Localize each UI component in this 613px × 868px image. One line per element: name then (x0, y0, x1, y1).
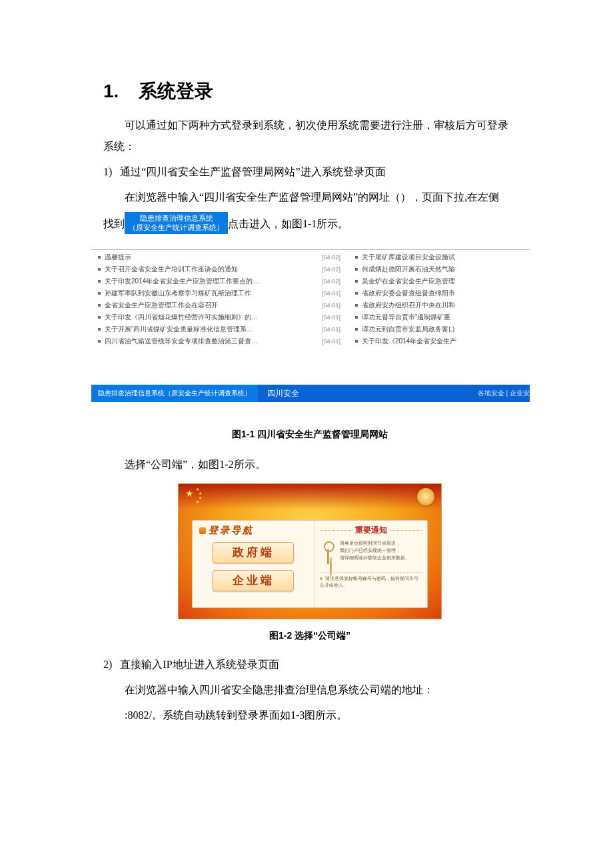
figure-1-container: 温馨提示[04-02]关于召开全省安全生产培训工作座谈会的通知[04-02]关于… (91, 249, 530, 402)
news-row: 关于印发《2014年全省安全生产 (348, 335, 530, 347)
inline-badge-slot: 隐患排查治理信息系统 （原安全生产统计调查系统） (125, 212, 228, 237)
news-row: 谭功元督导自贡市“遏制煤矿重 (348, 311, 530, 323)
notice-item-1: 请各单位按照时间节点报送， 我们门户已经实现统一管理， 请详细阅读并获取企业相关… (320, 540, 422, 567)
news-row: 温馨提示[04-02] (91, 251, 344, 263)
news-row: 四川省油气输送管线等安全专项排查整治第三督查…[04-01] (91, 335, 344, 347)
heading-title: 系统登录 (139, 81, 213, 101)
flag-icon: ★ ★ ★ ★ ★ (183, 485, 208, 507)
caption-figure-1: 图1-1 四川省安全生产监督管理局网站 (103, 429, 516, 441)
news-row: 关于印发《四川省烟花爆竹经营许可实施细则》的…[04-01] (91, 311, 344, 323)
figure-2-notice-panel: 重要通知 请各单位按照时间节点报送， 我们门户已经实现统一管理， 请详细阅读并获… (314, 521, 427, 607)
bullet-icon (355, 316, 358, 319)
step-2-number: 2) (103, 654, 112, 675)
bullet-icon (355, 304, 358, 307)
news-title: 全省安全生产应急管理工作会在蓉召开 (105, 301, 314, 310)
news-title: 关于尾矿库建设项目安全设施试 (362, 253, 530, 262)
step-1-p2: 找到隐患排查治理信息系统 （原安全生产统计调查系统）点击进入，如图1-1所示。 (29, 212, 516, 237)
step-1-number: 1) (103, 161, 112, 183)
news-row: 何成炳赴德阳开展石油天然气输 (348, 263, 530, 275)
choose-client-paragraph: 选择“公司端”，如图1-2所示。 (103, 454, 516, 475)
figure-1-news-panel: 温馨提示[04-02]关于召开全省安全生产培训工作座谈会的通知[04-02]关于… (91, 249, 530, 347)
bullet-icon (355, 328, 358, 331)
nav-bar-tab-sichuan: 四川安全 (258, 385, 312, 402)
key-icon (320, 540, 336, 567)
inline-system-badge: 隐患排查治理信息系统 （原安全生产统计调查系统） (125, 212, 228, 234)
bullet-icon (355, 268, 358, 271)
news-row: 省政府安办组织召开中央在川和 (348, 299, 530, 311)
notice-item-2-text: 请注意保管好帐号账号与密码，如有疑问不可公开给他人。 (320, 576, 418, 588)
bullet-icon (98, 280, 101, 283)
badge-line2: （原安全生产统计调查系统） (129, 223, 224, 231)
badge-line1: 隐患排查治理信息系统 (140, 214, 213, 222)
news-title: 孙建军率队到安徽山东考察学习煤矿瓦斯治理工作 (105, 289, 314, 298)
news-date: [04-02] (314, 254, 344, 261)
step-2-title: 直接输入IP地址进入系统登录页面 (120, 659, 279, 670)
enterprise-portal-button[interactable]: 企业端 (213, 570, 294, 591)
heading-number: 1. (103, 81, 119, 101)
news-date: [04-01] (314, 290, 344, 297)
gov-portal-button[interactable]: 政府端 (213, 542, 294, 563)
nav-bar-right-links: 各地安全 | 企业安 (478, 385, 530, 402)
news-date: [04-01] (314, 326, 344, 333)
news-title: 谭功元到自贡市安监局政务窗口 (362, 325, 530, 334)
figure-2-login-portal: ★ ★ ★ ★ ★ 登录导航 政府端 企业端 重要通知 (178, 483, 442, 619)
bullet-icon (355, 292, 358, 295)
bullet-icon (320, 577, 322, 580)
bullet-icon (98, 268, 101, 271)
figure-1-right-column: 关于尾矿库建设项目安全设施试何成炳赴德阳开展石油天然气输吴金炉在全省安全生产应急… (344, 251, 530, 347)
bullet-icon (355, 256, 358, 259)
news-title: 省政府安办组织召开中央在川和 (362, 301, 530, 310)
bullet-icon (355, 340, 358, 343)
caption-figure-2: 图1-2 选择“公司端” (103, 630, 516, 642)
news-title: 关于印发《四川省烟花爆竹经营许可实施细则》的… (105, 313, 314, 322)
figure-2-container: ★ ★ ★ ★ ★ 登录导航 政府端 企业端 重要通知 (178, 483, 442, 619)
notice-title: 重要通知 (355, 525, 387, 536)
login-nav-header: 登录导航 (199, 525, 307, 537)
bullet-icon (98, 316, 101, 319)
news-title: 关于印发《2014年全省安全生产 (362, 337, 530, 346)
news-row: 关于开展“四川省煤矿安全质量标准化信息管理系…[04-01] (91, 323, 344, 335)
intro-paragraph: 可以通过如下两种方式登录到系统，初次使用系统需要进行注册，审核后方可登录系统： (103, 115, 516, 157)
news-row: 全省安全生产应急管理工作会在蓉召开[04-01] (91, 299, 344, 311)
bullet-icon (355, 280, 358, 283)
header-icon (199, 527, 206, 534)
bullet-icon (98, 292, 101, 295)
news-title: 四川省油气输送管线等安全专项排查整治第三督查… (105, 337, 314, 346)
emblem-icon (417, 488, 434, 505)
figure-2-top-band (179, 484, 441, 509)
news-title: 关于召开全省安全生产培训工作座谈会的通知 (105, 265, 314, 274)
news-date: [04-01] (314, 302, 344, 309)
step-2-p2: :8082/。系统自动跳转到登录界面如1-3图所示。 (103, 705, 516, 726)
news-date: [04-02] (314, 278, 344, 285)
news-date: [04-01] (314, 338, 344, 345)
news-date: [04-01] (314, 314, 344, 321)
news-title: 省政府安委会督查组督查绵阳市 (362, 289, 530, 298)
news-title: 温馨提示 (105, 253, 314, 262)
news-title: 关于印发2014年全省安全生产应急管理工作要点的… (105, 277, 314, 286)
document-page: 1. 系统登录 可以通过如下两种方式登录到系统，初次使用系统需要进行注册，审核后… (103, 79, 516, 726)
news-row: 省政府安委会督查组督查绵阳市 (348, 287, 530, 299)
figure-2-panel: 登录导航 政府端 企业端 重要通知 请各单位按照时间节点报送， 我们门户已经实现… (192, 520, 428, 608)
bullet-icon (98, 304, 101, 307)
nav-bar-spacer (312, 385, 478, 402)
news-row: 吴金炉在全省安全生产应急管理 (348, 275, 530, 287)
step-1-p2-b: 点击进入，如图1-1所示。 (228, 218, 348, 229)
notice-item-1-text: 请各单位按照时间节点报送， 我们门户已经实现统一管理， 请详细阅读并获取企业相关… (340, 540, 410, 567)
news-title: 关于开展“四川省煤矿安全质量标准化信息管理系… (105, 325, 314, 334)
login-nav-title: 登录导航 (209, 525, 254, 537)
step-1-p2-a: 找到 (103, 218, 125, 229)
bullet-icon (98, 328, 101, 331)
notice-header: 重要通知 (320, 525, 422, 536)
news-row: 谭功元到自贡市安监局政务窗口 (348, 323, 530, 335)
news-row: 关于印发2014年全省安全生产应急管理工作要点的…[04-02] (91, 275, 344, 287)
figure-2-login-nav: 登录导航 政府端 企业端 (193, 521, 314, 607)
star-icon: ★ (196, 499, 199, 504)
step-2: 2) 直接输入IP地址进入系统登录页面 (103, 654, 516, 675)
news-title: 何成炳赴德阳开展石油天然气输 (362, 265, 530, 274)
news-date: [04-02] (314, 266, 344, 273)
step-1: 1) 通过“四川省安全生产监督管理局网站”进入系统登录页面 (103, 161, 516, 183)
news-row: 关于召开全省安全生产培训工作座谈会的通知[04-02] (91, 263, 344, 275)
step-1-title: 通过“四川省安全生产监督管理局网站”进入系统登录页面 (120, 166, 385, 177)
news-row: 孙建军率队到安徽山东考察学习煤矿瓦斯治理工作[04-01] (91, 287, 344, 299)
figure-1-left-column: 温馨提示[04-02]关于召开全省安全生产培训工作座谈会的通知[04-02]关于… (91, 251, 344, 347)
